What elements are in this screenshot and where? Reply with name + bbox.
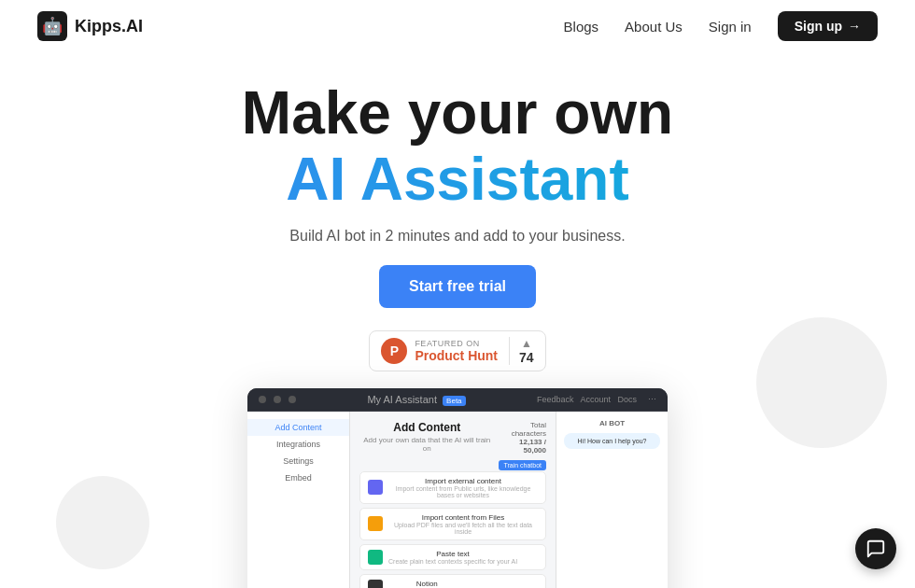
app-main-content: Add Content Add your own data that the A… xyxy=(350,412,556,588)
sidebar-item-settings[interactable]: Settings xyxy=(247,453,349,469)
start-trial-button[interactable]: Start free trial xyxy=(379,265,536,308)
nav-link-about[interactable]: About Us xyxy=(625,19,683,35)
chat-fab-button[interactable] xyxy=(855,528,896,569)
files-icon xyxy=(368,516,383,531)
product-hunt-upvote: ▲ 74 xyxy=(509,337,534,365)
app-menu-more: ⋯ xyxy=(648,395,656,404)
app-sidebar: Add Content Integrations Settings Embed xyxy=(247,412,350,588)
product-hunt-text: FEATURED ON Product Hunt xyxy=(415,339,498,363)
logo[interactable]: 🤖 Kipps.AI xyxy=(37,11,143,41)
sidebar-item-embed[interactable]: Embed xyxy=(247,469,349,486)
hero-cta-area: Start free trial P FEATURED ON Product H… xyxy=(37,265,878,371)
sidebar-item-add-content[interactable]: Add Content xyxy=(247,419,349,436)
train-chatbot-button[interactable]: Train chatbot xyxy=(499,460,546,470)
sidebar-item-integrations[interactable]: Integrations xyxy=(247,436,349,453)
product-hunt-name: Product Hunt xyxy=(415,348,498,363)
decorative-blob-left xyxy=(56,476,149,569)
window-dot-1 xyxy=(259,396,266,403)
app-title: My AI Assistant Beta xyxy=(303,394,529,405)
app-chat-panel: AI BOT Hi! How can I help you? xyxy=(556,412,668,588)
notion-icon xyxy=(368,580,383,588)
product-hunt-featured-on: FEATURED ON xyxy=(415,339,479,348)
list-item-files[interactable]: Import content from Files Upload PDF fil… xyxy=(359,508,546,540)
logo-text: Kipps.AI xyxy=(75,17,143,36)
decorative-blob-right xyxy=(756,317,887,448)
window-dot-3 xyxy=(289,396,296,403)
app-content-area: Add Content Integrations Settings Embed … xyxy=(247,412,668,588)
app-main-subtitle: Add your own data that the AI will train… xyxy=(359,436,495,453)
chat-bubble: Hi! How can I help you? xyxy=(564,433,660,449)
app-main-title: Add Content xyxy=(359,421,495,434)
signup-button[interactable]: Sign up → xyxy=(778,11,878,41)
nav-links: Blogs About Us Sign in Sign up → xyxy=(564,11,878,41)
hero-title-line1: Make your own xyxy=(37,80,878,146)
nav-link-signin[interactable]: Sign in xyxy=(709,19,752,35)
app-screenshot: My AI Assistant Beta Feedback Account Do… xyxy=(247,388,668,588)
hero-subtitle: Build AI bot in 2 minutes and add to you… xyxy=(37,228,878,245)
list-item-notion[interactable]: Notion Connect notion workspace xyxy=(359,574,546,588)
list-item-external[interactable]: Import external content Import content f… xyxy=(359,471,546,504)
window-dot-2 xyxy=(274,396,281,403)
chat-label: AI BOT xyxy=(564,419,660,427)
total-chars-value: 12,133 / 50,000 xyxy=(495,438,546,455)
product-hunt-badge[interactable]: P FEATURED ON Product Hunt ▲ 74 xyxy=(369,330,545,371)
logo-icon: 🤖 xyxy=(37,11,67,41)
nav-link-blogs[interactable]: Blogs xyxy=(564,19,599,35)
paste-text-icon xyxy=(368,550,383,565)
external-content-icon xyxy=(368,480,383,495)
product-hunt-icon: P xyxy=(381,338,407,364)
navbar: 🤖 Kipps.AI Blogs About Us Sign in Sign u… xyxy=(0,0,915,52)
total-chars-label: Total characters xyxy=(495,421,546,438)
hero-title-line2: AI Assistant xyxy=(37,146,878,215)
upvote-arrow-icon: ▲ xyxy=(521,337,532,350)
app-menu-feedback: Feedback Account Docs xyxy=(537,395,637,404)
upvote-count: 74 xyxy=(519,350,534,365)
app-titlebar: My AI Assistant Beta Feedback Account Do… xyxy=(247,388,668,412)
list-item-paste-text[interactable]: Paste text Create plain text contexts sp… xyxy=(359,544,546,570)
